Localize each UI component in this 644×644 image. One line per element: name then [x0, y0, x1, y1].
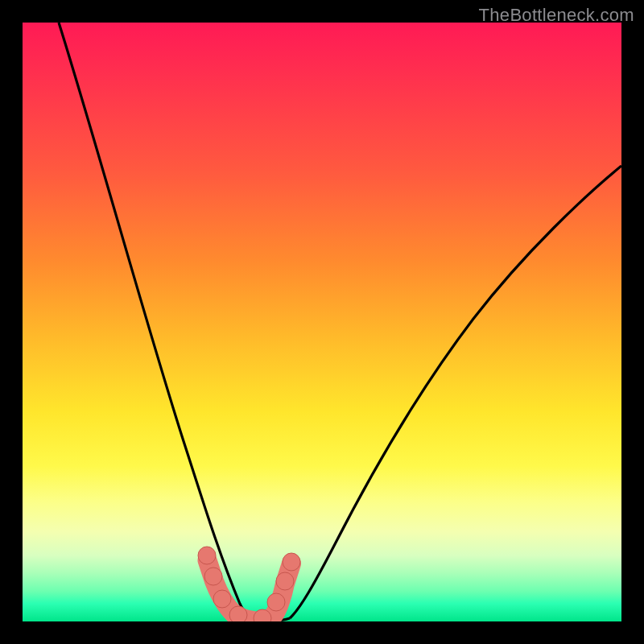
svg-point-2 — [213, 590, 231, 608]
outer-frame: TheBottleneck.com — [0, 0, 644, 644]
svg-point-6 — [276, 572, 294, 590]
plot-area — [23, 23, 621, 621]
curve-right — [290, 166, 621, 618]
svg-point-1 — [204, 568, 222, 585]
svg-point-3 — [229, 606, 247, 621]
svg-point-7 — [283, 553, 300, 571]
svg-point-0 — [198, 547, 216, 564]
curve-left — [59, 23, 256, 620]
watermark-text: TheBottleneck.com — [479, 5, 634, 26]
svg-point-5 — [267, 593, 285, 611]
chart-svg — [23, 23, 621, 621]
